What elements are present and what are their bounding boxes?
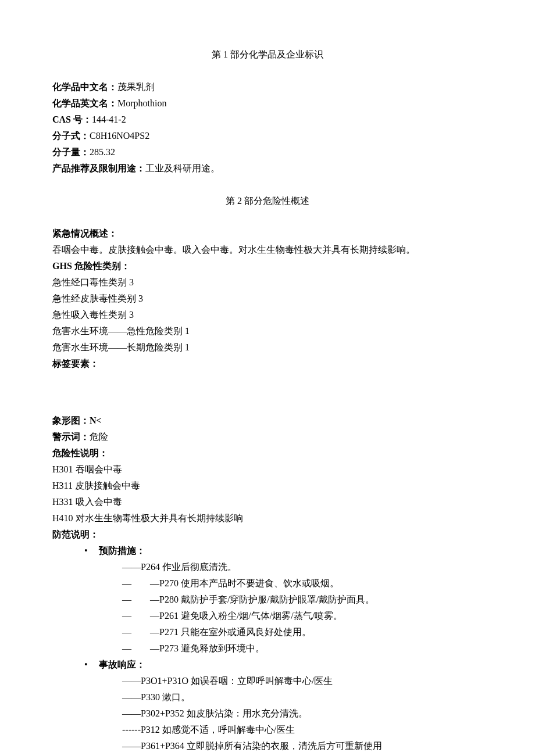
use-label: 产品推荐及限制用途： [52,163,145,173]
tag-label: 标签要素： [52,356,483,372]
prevent-label: 预防措施： [99,546,145,556]
cas-row: CAS 号：144-41-2 [52,112,483,128]
formula-label: 分子式： [52,131,90,141]
mw-value: 285.32 [90,147,115,157]
ghs-item: 急性经口毒性类别 3 [52,274,483,291]
cas-value: 144-41-2 [92,114,126,124]
prevent-item: — —P271 只能在室外或通风良好处使用。 [99,624,483,640]
prevent-item: ——P264 作业后彻底清洗。 [99,559,483,575]
prevent-item: — —P280 戴防护手套/穿防护服/戴防护眼罩/戴防护面具。 [99,592,483,608]
use-value: 工业及科研用途。 [145,163,220,173]
signal-row: 警示词：危险 [52,429,483,445]
hazard-label: 危险性说明： [52,445,483,461]
signal-value: 危险 [90,432,108,442]
response-label: 事故响应： [99,660,145,669]
prevent-item: — —P261 避免吸入粉尘/烟/气体/烟雾/蒸气/喷雾。 [99,608,483,624]
hazard-item: H301 吞咽会中毒 [52,461,483,478]
ghs-label: GHS 危险性类别： [52,258,483,274]
hazard-item: H311 皮肤接触会中毒 [52,478,483,494]
hazard-item: H410 对水生生物毒性极大并具有长期持续影响 [52,510,483,526]
cn-name-row: 化学品中文名：茂果乳剂 [52,79,483,95]
mw-row: 分子量：285.32 [52,144,483,160]
response-item: ——P3O1+P31O 如误吞咽：立即呼叫解毒中心/医生 [99,673,483,689]
prevent-item: — —P270 使用本产品时不要进食、饮水或吸烟。 [99,575,483,592]
response-item: ——P302+P352 如皮肤沾染：用水充分清洗。 [99,705,483,722]
pictogram: 象形图：N< [52,413,483,429]
emergency-text: 吞咽会中毒。皮肤接触会中毒。吸入会中毒。对水生生物毒性极大并具有长期持续影响。 [52,242,483,258]
cas-label: CAS 号： [52,114,92,124]
ghs-item: 急性经皮肤毒性类别 3 [52,291,483,307]
emergency-label: 紧急情况概述： [52,225,483,242]
hazard-item: H331 吸入会中毒 [52,494,483,510]
formula-value: C8H16NO4PS2 [90,131,149,141]
section2-title: 第 2 部分危险性概述 [52,193,483,209]
cn-name-label: 化学品中文名： [52,82,117,92]
prevent-header: 预防措施： ——P264 作业后彻底清洗。 — —P270 使用本产品时不要进食… [52,543,483,657]
formula-row: 分子式：C8H16NO4PS2 [52,128,483,144]
ghs-item: 危害水生环境——长期危险类别 1 [52,339,483,356]
signal-label: 警示词： [52,432,90,442]
en-name-label: 化学品英文名： [52,98,117,108]
en-name-value: Morphothion [117,98,166,108]
mw-label: 分子量： [52,147,90,157]
precaution-label: 防范说明： [52,526,483,543]
response-header: 事故响应： ——P3O1+P31O 如误吞咽：立即呼叫解毒中心/医生 ——P33… [52,657,483,756]
en-name-row: 化学品英文名：Morphothion [52,95,483,112]
ghs-item: 急性吸入毒性类别 3 [52,307,483,323]
ghs-item: 危害水生环境——急性危险类别 1 [52,323,483,339]
section1-title: 第 1 部分化学品及企业标识 [52,46,483,63]
prevent-item: — —P273 避免释放到环境中。 [99,640,483,657]
response-item: ------P312 如感觉不适，呼叫解毒中心/医生 [99,722,483,738]
response-item: ——P330 漱口。 [99,689,483,705]
response-item: ——P361+P364 立即脱掉所有沾染的衣服，清洗后方可重新使用 [99,738,483,754]
use-row: 产品推荐及限制用途：工业及科研用途。 [52,160,483,177]
cn-name-value: 茂果乳剂 [117,82,155,92]
